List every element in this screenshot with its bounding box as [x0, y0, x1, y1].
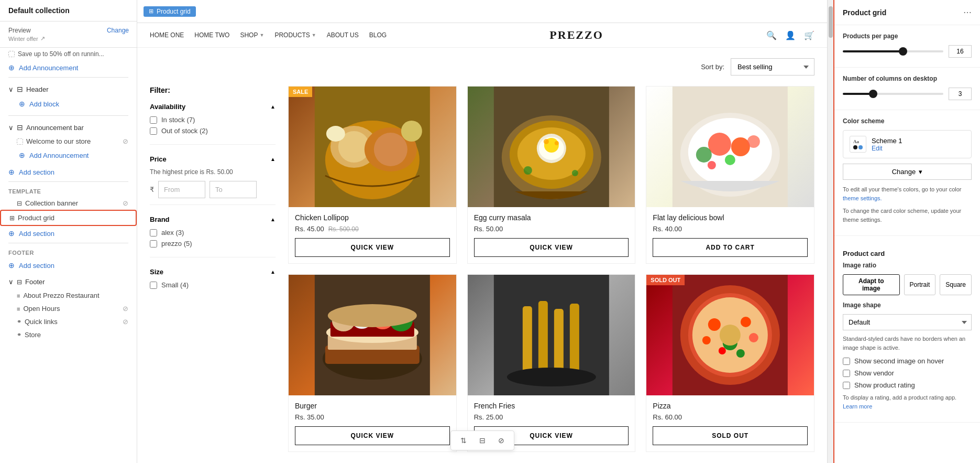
out-of-stock-option[interactable]: Out of stock (2): [150, 127, 276, 135]
add-announcement-2-btn[interactable]: ⊕ Add Announcement: [0, 148, 137, 163]
header-group-header[interactable]: ∨ ⊟ Header: [0, 82, 137, 96]
products-per-page-value[interactable]: [949, 45, 972, 58]
footer-about-icon: ≡: [17, 293, 20, 299]
svg-point-54: [749, 333, 758, 342]
footer-expand: ∨: [8, 278, 14, 286]
header-section: ∨ ⊟ Header ⊕ Add block: [0, 80, 137, 113]
theme-settings-link[interactable]: theme settings.: [843, 195, 882, 201]
svg-point-57: [720, 325, 741, 346]
account-icon[interactable]: 👤: [785, 30, 796, 40]
price-from-input[interactable]: [158, 181, 205, 198]
template-label: Template: [0, 184, 137, 197]
add-section-2-btn[interactable]: ⊕ Add section: [0, 226, 137, 241]
product-info-2: Egg curry masala Rs. 50.00 QUICK VIEW: [468, 207, 635, 263]
nav-home-one[interactable]: HOME ONE: [150, 31, 184, 39]
ratio-portrait[interactable]: Portrait: [904, 274, 936, 295]
footer-item-hours[interactable]: ≡ Open Hours ⊘: [0, 302, 137, 315]
price-header[interactable]: Price ▲: [150, 155, 276, 163]
nav-products[interactable]: PRODUCTS ▼: [274, 31, 316, 39]
ratio-adapt[interactable]: Adapt to image: [843, 274, 900, 295]
columns-desktop-label: Number of columns on desktop: [843, 75, 972, 82]
welcome-text-item[interactable]: Welcome to our store ⊘: [0, 135, 137, 148]
product-btn-1[interactable]: QUICK VIEW: [295, 238, 450, 257]
product-btn-3[interactable]: ADD TO CART: [653, 238, 808, 257]
product-btn-6[interactable]: SOLD OUT: [653, 426, 808, 445]
second-image-checkbox[interactable]: [843, 358, 850, 365]
scrollbar-thumb[interactable]: [829, 6, 833, 38]
availability-filter: Availability ▲ In stock (7) Out of stock…: [150, 103, 276, 145]
footer-group-header[interactable]: ∨ ⊟ Footer: [0, 275, 137, 289]
columns-desktop-value[interactable]: [949, 88, 972, 100]
nav-blog[interactable]: BLOG: [369, 31, 387, 39]
product-price-5: Rs. 25.00: [474, 413, 629, 421]
product-image-6: SOLD OUT: [646, 275, 814, 395]
product-name-3: Flat lay delicious bowl: [653, 213, 808, 222]
eye-icon-3: ⊘: [123, 318, 128, 326]
price-to-input[interactable]: [210, 181, 257, 198]
size-filter: Size ▲ Small (4): [150, 268, 276, 298]
sort-select[interactable]: Best selling: [731, 58, 814, 76]
size-small-checkbox[interactable]: [150, 282, 157, 289]
image-shape-select[interactable]: Default: [843, 314, 972, 330]
products-per-page-thumb[interactable]: [899, 47, 907, 56]
add-section-1-btn[interactable]: ⊕ Add section: [0, 165, 137, 179]
search-icon[interactable]: 🔍: [766, 30, 777, 40]
price-info: The highest price is Rs. 50.00: [150, 168, 276, 176]
change-scheme-btn[interactable]: Change ▾: [843, 164, 972, 180]
nav-shop[interactable]: SHOP ▼: [240, 31, 264, 39]
products-per-page-label: Products per page: [843, 33, 972, 40]
plus-icon: ⊕: [8, 63, 15, 72]
more-options-icon[interactable]: ⋯: [963, 7, 972, 17]
nav-home-two[interactable]: HOME TWO: [194, 31, 229, 39]
ann-bar-group-header[interactable]: ∨ ⊟ Announcement bar: [0, 120, 137, 135]
footer-item-store[interactable]: ⚭ Store: [0, 328, 137, 341]
align-icon[interactable]: ⇅: [456, 434, 471, 447]
svg-point-5: [374, 133, 408, 166]
filter-icon[interactable]: ⊟: [475, 434, 490, 447]
show-rating-row: Show product rating: [843, 381, 972, 389]
in-stock-option[interactable]: In stock (7): [150, 116, 276, 124]
svg-point-45: [506, 368, 596, 386]
footer-links-icon: ⚭: [17, 318, 21, 325]
announcement-bar-section: ∨ ⊟ Announcement bar Welcome to our stor…: [0, 118, 137, 165]
out-of-stock-checkbox[interactable]: [150, 127, 157, 135]
product-price-2: Rs. 50.00: [474, 225, 629, 233]
brand-alex-checkbox[interactable]: [150, 229, 157, 236]
size-small-option[interactable]: Small (4): [150, 281, 276, 289]
in-stock-checkbox[interactable]: [150, 116, 157, 124]
svg-point-50: [708, 318, 721, 331]
ratio-square[interactable]: Square: [940, 274, 972, 295]
change-link[interactable]: Change: [107, 27, 129, 34]
brand-prezzo-option[interactable]: prezzo (5): [150, 240, 276, 247]
add-footer-section-btn[interactable]: ⊕ Add section: [0, 258, 137, 273]
columns-desktop-thumb[interactable]: [869, 90, 877, 98]
scheme-edit-link[interactable]: Edit: [872, 145, 902, 152]
svg-point-28: [708, 161, 716, 169]
canvas-scrollbar[interactable]: [827, 0, 833, 463]
products-grid: SALE: [288, 86, 814, 452]
show-vendor-checkbox[interactable]: [843, 370, 850, 377]
sort-bar: Sort by: Best selling: [150, 58, 814, 76]
scheme-info: Scheme 1 Edit: [872, 137, 902, 152]
grid-badge-label: Product grid: [157, 8, 191, 15]
footer-item-about[interactable]: ≡ About Prezzo Restaurant: [0, 289, 137, 302]
product-btn-4[interactable]: QUICK VIEW: [295, 426, 450, 445]
product-grid-item[interactable]: ⊞ Product grid: [0, 210, 137, 226]
size-header[interactable]: Size ▲: [150, 268, 276, 276]
brand-header[interactable]: Brand ▲: [150, 216, 276, 223]
product-btn-2[interactable]: QUICK VIEW: [474, 238, 629, 257]
nav-about[interactable]: ABOUT US: [327, 31, 359, 39]
add-block-btn[interactable]: ⊕ Add block: [0, 96, 137, 111]
availability-header[interactable]: Availability ▲: [150, 103, 276, 111]
brand-alex-option[interactable]: alex (3): [150, 229, 276, 236]
brand-prezzo-checkbox[interactable]: [150, 240, 157, 247]
show-rating-checkbox[interactable]: [843, 382, 850, 389]
collection-banner-item[interactable]: ⊟ Collection banner ⊘: [0, 197, 137, 210]
footer-item-links[interactable]: ⚭ Quick links ⊘: [0, 315, 137, 328]
eye-toggle-icon[interactable]: ⊘: [494, 434, 509, 447]
add-announcement-btn[interactable]: ⊕ Add Announcement: [0, 60, 137, 75]
preview-sub: Winter offer ↗: [8, 35, 129, 42]
product-name-4: Burger: [295, 402, 450, 410]
cart-icon[interactable]: 🛒: [804, 30, 814, 40]
learn-more-link[interactable]: Learn more: [843, 403, 872, 410]
